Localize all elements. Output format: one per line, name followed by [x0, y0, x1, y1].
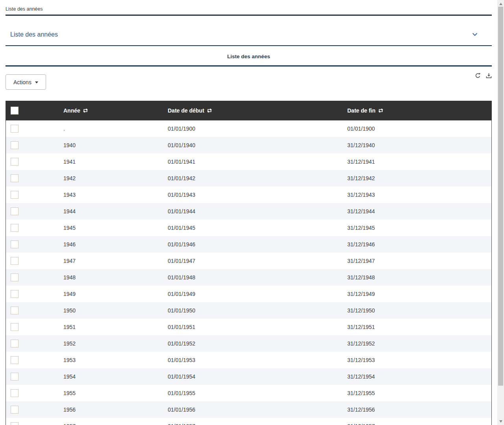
- cell-date-fin: 31/12/1948: [347, 269, 491, 286]
- row-checkbox[interactable]: [11, 290, 19, 298]
- cell-date-debut: 01/01/1954: [168, 368, 347, 385]
- row-checkbox[interactable]: [11, 389, 19, 397]
- sort-icon: [83, 108, 88, 113]
- table-row: 195001/01/195031/12/1950: [6, 302, 491, 319]
- cell-date-fin: 31/12/1943: [347, 187, 491, 203]
- table-row: 195201/01/195231/12/1952: [6, 335, 491, 352]
- sort-icon: [378, 108, 384, 113]
- select-all-checkbox[interactable]: [11, 107, 19, 115]
- collapsible-region-header[interactable]: Liste des années: [6, 16, 492, 46]
- table-row: 195501/01/195531/12/1955: [6, 385, 491, 401]
- cell-date-debut: 01/01/1946: [168, 236, 347, 253]
- sort-icon: [207, 108, 212, 113]
- row-checkbox[interactable]: [11, 406, 19, 414]
- cell-date-debut: 01/01/1941: [168, 153, 347, 170]
- row-checkbox[interactable]: [11, 257, 19, 265]
- table-row: 194601/01/194631/12/1946: [6, 236, 491, 253]
- toolbar: Actions: [6, 67, 492, 95]
- cell-date-fin: 31/12/1956: [347, 401, 491, 418]
- row-select-cell: [6, 401, 63, 418]
- report-title: Liste des années: [6, 46, 492, 67]
- cell-date-debut: 01/01/1956: [168, 401, 347, 418]
- row-checkbox[interactable]: [11, 323, 19, 331]
- cell-date-debut: 01/01/1943: [168, 187, 347, 203]
- cell-date-fin: 31/12/1955: [347, 385, 491, 401]
- cell-annee: 1954: [63, 368, 168, 385]
- table-row: 194801/01/194831/12/1948: [6, 269, 491, 286]
- table-body: .01/01/190001/01/1900194001/01/194031/12…: [6, 120, 491, 425]
- breadcrumb: Liste des années: [6, 0, 492, 16]
- row-select-cell: [6, 120, 63, 137]
- table-row: 194001/01/194031/12/1940: [6, 137, 491, 153]
- row-select-cell: [6, 335, 63, 352]
- row-select-cell: [6, 286, 63, 302]
- table-row: 194201/01/194231/12/1942: [6, 170, 491, 187]
- cell-date-fin: 31/12/1957: [347, 418, 491, 425]
- cell-annee: 1952: [63, 335, 168, 352]
- row-select-cell: [6, 269, 63, 286]
- row-checkbox[interactable]: [11, 207, 19, 215]
- cell-annee: 1940: [63, 137, 168, 153]
- column-header-date-fin[interactable]: Date de fin: [347, 101, 491, 120]
- table-row: 195401/01/195431/12/1954: [6, 368, 491, 385]
- row-checkbox[interactable]: [11, 224, 19, 232]
- cell-date-fin: 31/12/1949: [347, 286, 491, 302]
- cell-annee: 1950: [63, 302, 168, 319]
- cell-annee: 1947: [63, 253, 168, 269]
- cell-date-fin: 31/12/1953: [347, 352, 491, 368]
- table-row: .01/01/190001/01/1900: [6, 120, 491, 137]
- vertical-scrollbar[interactable]: [497, 0, 504, 425]
- cell-date-debut: 01/01/1944: [168, 203, 347, 220]
- table-row: 195601/01/195631/12/1956: [6, 401, 491, 418]
- actions-button-label: Actions: [13, 79, 32, 85]
- cell-date-fin: 31/12/1947: [347, 253, 491, 269]
- cell-annee: 1951: [63, 319, 168, 335]
- cell-date-fin: 31/12/1954: [347, 368, 491, 385]
- row-select-cell: [6, 220, 63, 236]
- row-select-cell: [6, 153, 63, 170]
- scroll-up-arrow[interactable]: [497, 1, 504, 7]
- cell-date-debut: 01/01/1955: [168, 385, 347, 401]
- row-checkbox[interactable]: [11, 273, 19, 281]
- cell-date-fin: 31/12/1944: [347, 203, 491, 220]
- row-select-cell: [6, 170, 63, 187]
- cell-annee: 1957: [63, 418, 168, 425]
- download-icon[interactable]: [486, 73, 492, 79]
- row-checkbox[interactable]: [11, 141, 19, 149]
- row-select-cell: [6, 368, 63, 385]
- years-table: Année Date de début: [6, 101, 492, 425]
- row-checkbox[interactable]: [11, 174, 19, 182]
- caret-down-icon: [35, 81, 38, 83]
- column-label: Date de fin: [347, 107, 376, 114]
- cell-annee: 1955: [63, 385, 168, 401]
- actions-menu-button[interactable]: Actions: [6, 74, 46, 90]
- scrollbar-thumb[interactable]: [498, 7, 503, 386]
- row-checkbox[interactable]: [11, 158, 19, 166]
- row-select-cell: [6, 385, 63, 401]
- row-checkbox[interactable]: [11, 125, 19, 133]
- refresh-icon[interactable]: [475, 73, 481, 79]
- chevron-down-icon[interactable]: [472, 33, 478, 36]
- row-select-cell: [6, 137, 63, 153]
- cell-date-debut: 01/01/1940: [168, 137, 347, 153]
- table-row: 194301/01/194331/12/1943: [6, 187, 491, 203]
- table-row: 195301/01/195331/12/1953: [6, 352, 491, 368]
- column-header-date-debut[interactable]: Date de début: [168, 101, 347, 120]
- row-checkbox[interactable]: [11, 422, 19, 425]
- row-select-cell: [6, 236, 63, 253]
- row-checkbox[interactable]: [11, 356, 19, 364]
- cell-date-debut: 01/01/1900: [168, 120, 347, 137]
- row-checkbox[interactable]: [11, 191, 19, 199]
- row-checkbox[interactable]: [11, 373, 19, 381]
- cell-annee: 1944: [63, 203, 168, 220]
- row-checkbox[interactable]: [11, 240, 19, 248]
- cell-date-fin: 31/12/1940: [347, 137, 491, 153]
- column-header-annee[interactable]: Année: [63, 101, 168, 120]
- cell-annee: 1949: [63, 286, 168, 302]
- row-checkbox[interactable]: [11, 307, 19, 314]
- row-checkbox[interactable]: [11, 340, 19, 347]
- content-region: Liste des années Liste des années Liste …: [6, 0, 492, 425]
- cell-date-debut: 01/01/1953: [168, 352, 347, 368]
- table-row: 195701/01/195731/12/1957: [6, 418, 491, 425]
- scroll-down-arrow[interactable]: [497, 418, 504, 424]
